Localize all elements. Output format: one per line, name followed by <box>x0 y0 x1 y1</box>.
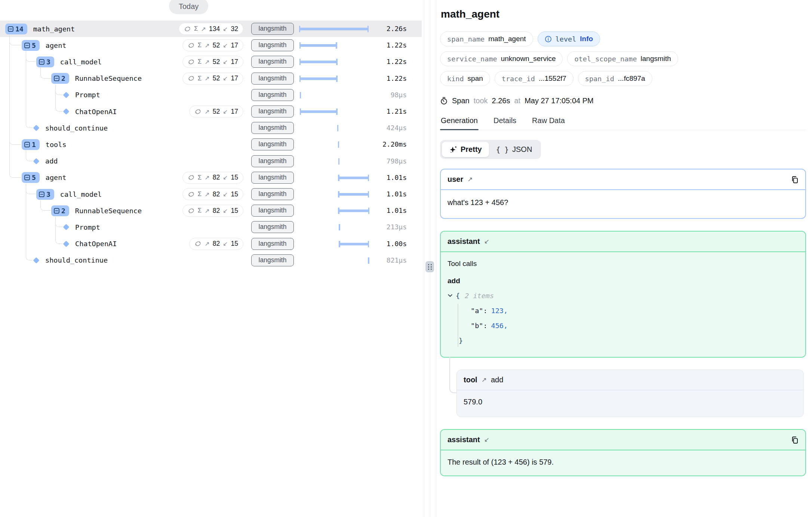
duration-label: 1.22s <box>387 70 407 87</box>
token-count-badge: Σ↗52↙17 <box>182 56 243 68</box>
arg-key: "b": <box>447 322 487 330</box>
token-coin-icon <box>188 191 195 198</box>
trace-row-ChatOpenAI[interactable]: ChatOpenAI↗82↙15langsmith1.00s <box>0 236 422 252</box>
collapse-count-badge[interactable]: 2 <box>51 205 69 216</box>
langsmith-tag[interactable]: langsmith <box>251 122 294 134</box>
collapse-count-badge[interactable]: 5 <box>22 40 40 51</box>
trace-row-tools[interactable]: 1toolslangsmith2.20ms <box>0 136 422 153</box>
tab-raw-data[interactable]: Raw Data <box>532 116 565 130</box>
tool-result-wrap: tool ↗ add 579.0 <box>456 370 804 417</box>
stopwatch-icon <box>440 97 448 105</box>
output-tokens-arrow-icon: ↙ <box>223 25 228 33</box>
trace-row-Prompt[interactable]: Promptlangsmith98µs <box>0 87 422 103</box>
collapse-count-badge[interactable]: 3 <box>36 189 54 200</box>
leaf-diamond-icon <box>63 108 70 115</box>
arg-value: 123, <box>491 307 508 315</box>
langsmith-tag[interactable]: langsmith <box>251 89 294 101</box>
role-label: assistant <box>447 237 480 246</box>
output-tokens-arrow-icon: ↙ <box>223 240 228 247</box>
row-label: ChatOpenAI <box>63 103 117 120</box>
timeline-track <box>299 252 370 269</box>
input-tokens-arrow-icon: ↗ <box>204 58 209 65</box>
collapse-count-badge[interactable]: 14 <box>5 24 27 34</box>
langsmith-tag[interactable]: langsmith <box>251 73 294 85</box>
trace-row-call_model[interactable]: 3call_modelΣ↗52↙17langsmith1.22s <box>0 53 422 70</box>
row-label: should_continue <box>33 252 108 269</box>
input-tokens-arrow-icon: ↗ <box>201 25 206 33</box>
langsmith-tag[interactable]: langsmith <box>251 188 294 200</box>
langsmith-tag[interactable]: langsmith <box>251 105 294 117</box>
token-count-badge: ↗52↙17 <box>189 105 243 117</box>
trace-row-agent[interactable]: 5agentΣ↗52↙17langsmith1.22s <box>0 37 422 53</box>
collapse-count-badge[interactable]: 1 <box>22 139 40 150</box>
open-brace: { <box>456 292 460 300</box>
run-name: should_continue <box>45 124 108 132</box>
copy-button[interactable] <box>789 174 800 185</box>
timeline-bar <box>338 209 369 212</box>
arg-key: "a": <box>447 307 487 315</box>
trace-row-Prompt[interactable]: Promptlangsmith213µs <box>0 219 422 235</box>
token-count-badge: Σ↗82↙15 <box>182 172 243 184</box>
trace-row-ChatOpenAI[interactable]: ChatOpenAI↗52↙17langsmith1.21s <box>0 103 422 120</box>
token-coin-icon <box>188 174 195 181</box>
langsmith-tag[interactable]: langsmith <box>251 56 294 68</box>
today-pill[interactable]: Today <box>169 0 208 14</box>
sparkle-icon <box>449 146 457 154</box>
token-count-badge: ↗82↙15 <box>189 238 243 250</box>
tool-call-name: add <box>447 277 799 285</box>
trace-row-RunnableSequence[interactable]: 2RunnableSequenceΣ↗82↙15langsmith1.01s <box>0 202 422 219</box>
langsmith-tag[interactable]: langsmith <box>251 39 294 51</box>
pretty-toggle-button[interactable]: Pretty <box>442 142 489 157</box>
langsmith-tag[interactable]: langsmith <box>251 23 294 35</box>
copy-button[interactable] <box>789 434 800 446</box>
row-label: Prompt <box>63 219 100 235</box>
trace-row-agent[interactable]: 5agentΣ↗82↙15langsmith1.01s <box>0 169 422 186</box>
langsmith-tag[interactable]: langsmith <box>251 155 294 167</box>
assistant-final-card: assistant ↙ The result of (123 + 456) is… <box>440 429 806 476</box>
chevron-down-icon[interactable] <box>447 293 453 298</box>
run-name: tools <box>46 141 67 149</box>
run-name: call_model <box>60 190 102 198</box>
trace-row-RunnableSequence[interactable]: 2RunnableSequenceΣ↗52↙17langsmith1.22s <box>0 70 422 87</box>
panel-gutter-line-2 <box>430 0 430 517</box>
badge-span-name: span_name math_agent <box>440 31 533 46</box>
collapse-count-badge[interactable]: 5 <box>22 172 40 183</box>
langsmith-tag[interactable]: langsmith <box>251 205 294 217</box>
langsmith-tag[interactable]: langsmith <box>251 172 294 184</box>
tool-result-header: tool ↗ add <box>457 370 803 390</box>
generation-messages: user ↗ what's 123 + 456? assistant ↙ <box>440 169 806 476</box>
tree-connector-line <box>26 51 33 128</box>
trace-row-math_agent[interactable]: 14math_agentΣ↗134↙32langsmith2.26s <box>0 21 422 37</box>
langsmith-tag[interactable]: langsmith <box>251 221 294 233</box>
collapse-minus-icon <box>54 208 59 214</box>
trace-row-should_continue[interactable]: should_continuelangsmith424µs <box>0 120 422 136</box>
tree-connector-line <box>26 184 33 260</box>
assistant-toolcall-header: assistant ↙ <box>441 232 805 252</box>
sigma-icon: Σ <box>198 58 202 65</box>
sigma-icon: Σ <box>198 75 202 82</box>
token-coin-icon <box>188 42 195 49</box>
duration-label: 1.01s <box>387 169 407 186</box>
collapse-count-badge[interactable]: 2 <box>51 73 69 84</box>
duration-label: 2.20ms <box>382 136 407 153</box>
trace-row-should_continue[interactable]: should_continuelangsmith821µs <box>0 252 422 269</box>
at-word: at <box>514 97 520 105</box>
langsmith-tag[interactable]: langsmith <box>251 138 294 150</box>
collapse-count-badge[interactable]: 3 <box>36 56 54 67</box>
output-tokens-arrow-icon: ↙ <box>223 42 228 49</box>
tab-generation[interactable]: Generation <box>441 116 478 130</box>
user-message-header: user ↗ <box>441 169 805 190</box>
langsmith-tag[interactable]: langsmith <box>251 254 294 266</box>
tool-name: add <box>491 376 503 384</box>
assistant-final-body: The result of (123 + 456) is 579. <box>441 450 805 475</box>
timeline-tick <box>339 224 340 230</box>
panel-resize-handle[interactable] <box>425 261 434 272</box>
trace-row-add[interactable]: addlangsmith798µs <box>0 153 422 169</box>
langsmith-tag[interactable]: langsmith <box>251 238 294 250</box>
output-tokens-arrow-icon: ↙ <box>223 191 228 198</box>
output-tokens-arrow-icon: ↙ <box>223 58 228 65</box>
timeline-bar <box>300 61 337 63</box>
trace-row-call_model[interactable]: 3call_modelΣ↗82↙15langsmith1.01s <box>0 186 422 202</box>
tab-details[interactable]: Details <box>493 116 516 130</box>
json-toggle-button[interactable]: { } JSON <box>489 142 539 157</box>
